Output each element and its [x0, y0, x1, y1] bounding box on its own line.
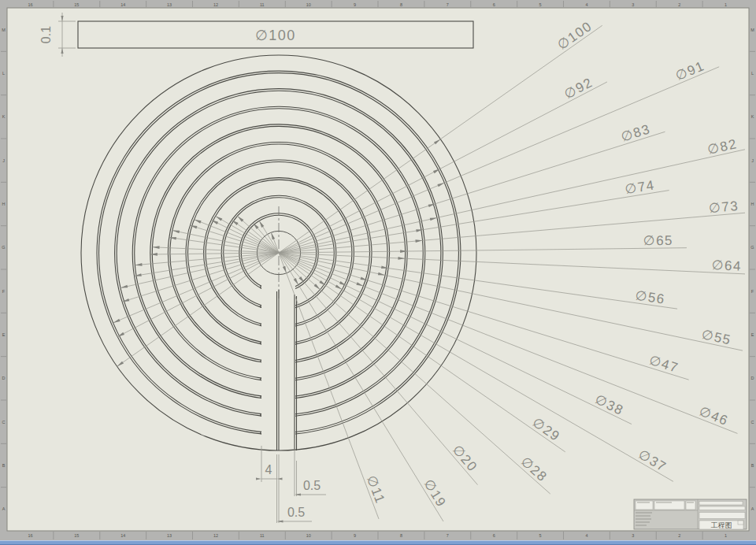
zone-label: C	[751, 420, 754, 425]
zone-label: 13	[167, 533, 172, 538]
title-block: 工程图	[634, 499, 747, 529]
zone-label: B	[751, 463, 754, 468]
zone-ruler-left	[0, 0, 7, 540]
zone-label: 6	[493, 2, 495, 7]
zone-label: 16	[28, 2, 32, 7]
zone-label: 14	[120, 533, 125, 538]
zone-label: G	[750, 245, 754, 250]
zone-label: 15	[74, 2, 79, 7]
zone-label: 9	[354, 533, 356, 538]
zone-label: 4	[585, 2, 587, 7]
zone-label: 10	[306, 2, 311, 7]
zone-label: K	[2, 114, 6, 119]
thickness-dim-label[interactable]: 0.1	[39, 26, 53, 43]
zone-label: L	[751, 71, 754, 76]
zone-label: D	[751, 376, 754, 380]
cad-drawing-canvas[interactable]: 1616151514141313121211111010998877665544…	[0, 0, 756, 545]
zone-label: K	[751, 114, 754, 119]
zone-label: 3	[632, 2, 634, 7]
zone-label: 8	[400, 533, 402, 538]
zone-label: 13	[167, 2, 172, 7]
drawing-type-label: 工程图	[711, 521, 732, 529]
zone-label: 4	[585, 533, 587, 538]
side-view-diameter-label[interactable]: ∅100	[255, 28, 296, 43]
zone-label: E	[2, 332, 6, 337]
zone-label: 8	[400, 2, 402, 7]
zone-label: M	[2, 28, 6, 32]
zone-label: G	[2, 245, 5, 250]
zone-label: 10	[306, 533, 311, 538]
zone-label: H	[2, 202, 6, 206]
diameter-dim-label[interactable]: ∅64	[711, 258, 742, 274]
diameter-dim-label[interactable]: ∅65	[643, 233, 673, 248]
zone-label: 15	[74, 533, 79, 538]
zone-ruler-right	[749, 0, 756, 540]
zone-label: 1	[724, 533, 727, 538]
zone-label: 9	[354, 2, 356, 7]
zone-label: D	[2, 376, 6, 380]
zone-label: 3	[632, 533, 634, 538]
groove-width-label[interactable]: 0.5	[287, 506, 305, 519]
zone-label: 5	[539, 533, 542, 538]
zone-label: E	[751, 332, 754, 337]
zone-label: 2	[678, 533, 680, 538]
cad-window: 1616151514141313121211111010998877665544…	[0, 0, 756, 545]
zone-label: C	[2, 420, 6, 425]
zone-label: J	[751, 158, 754, 163]
zone-label: A	[751, 506, 754, 511]
zone-label: 7	[447, 533, 449, 538]
zone-label: 16	[28, 533, 32, 538]
zone-label: 11	[260, 2, 265, 7]
zone-label: 2	[678, 2, 680, 7]
zone-label: H	[751, 202, 754, 206]
zone-label: M	[750, 28, 754, 32]
zone-label: 5	[539, 2, 542, 7]
diameter-dim-label[interactable]: ∅73	[708, 198, 739, 216]
zone-label: A	[2, 506, 6, 511]
zone-label: J	[2, 158, 5, 163]
zone-label: L	[2, 71, 5, 76]
zone-label: 6	[493, 533, 495, 538]
groove-width-label[interactable]: 0.5	[303, 479, 321, 492]
zone-label: B	[2, 463, 6, 468]
zone-label: 12	[213, 2, 218, 7]
zone-label: 1	[724, 2, 727, 7]
zone-label: 12	[213, 533, 218, 538]
zone-label: 11	[260, 533, 265, 538]
zone-label: 14	[120, 2, 125, 7]
zone-label: 7	[447, 2, 449, 7]
track-width-label[interactable]: 4	[265, 463, 272, 476]
